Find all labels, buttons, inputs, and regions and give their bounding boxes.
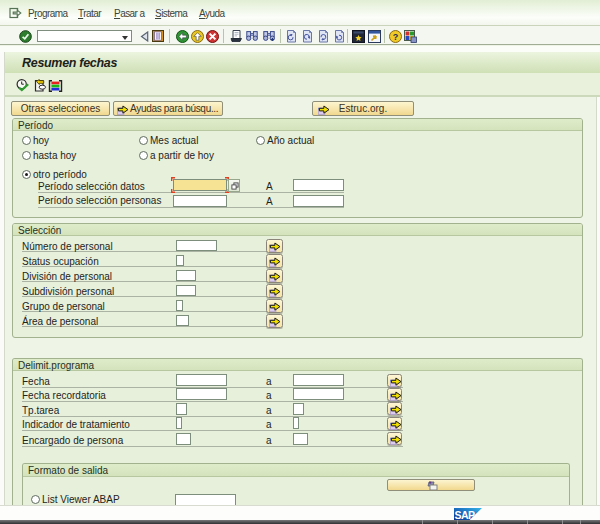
svg-text:SAP: SAP: [455, 509, 476, 521]
svg-text:?: ?: [393, 32, 399, 42]
